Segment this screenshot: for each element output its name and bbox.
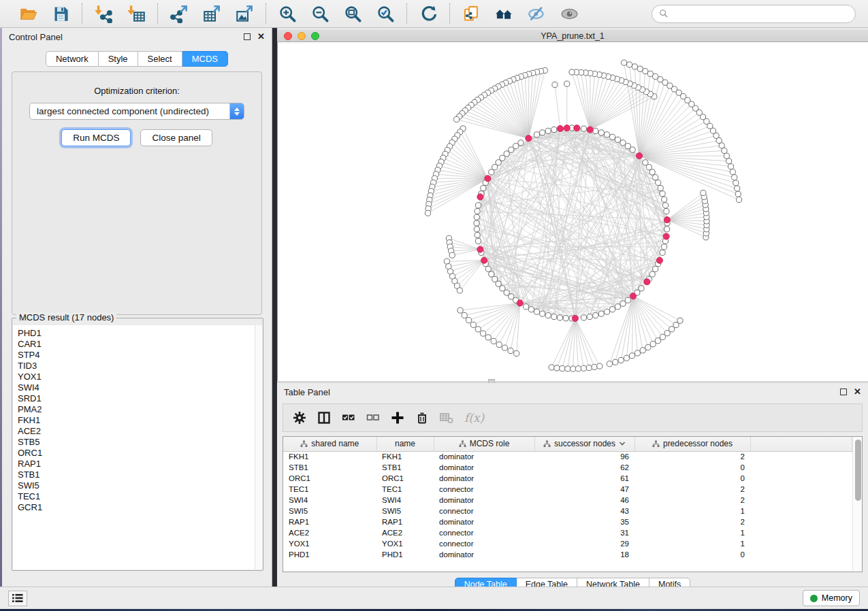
- deselect-all-button[interactable]: [366, 411, 380, 425]
- columns-button[interactable]: [317, 411, 331, 425]
- copy-view-button[interactable]: [457, 3, 485, 24]
- mcds-result-item[interactable]: FKH1: [18, 415, 255, 426]
- tab-mcds[interactable]: MCDS: [182, 51, 228, 67]
- export-network-button[interactable]: [165, 3, 193, 24]
- mcds-result-item[interactable]: TID3: [18, 361, 255, 371]
- control-panel-title: Control Panel: [9, 32, 63, 42]
- deselect-all-icon: [366, 411, 380, 425]
- column-header-successor-nodes[interactable]: successor nodes: [534, 437, 634, 451]
- select-all-icon: [342, 411, 355, 425]
- mcds-tab-pane: Optimization criterion: largest connecte…: [12, 71, 262, 315]
- first-neighbors-icon: [495, 5, 513, 23]
- mcds-list-scrollbar[interactable]: [255, 325, 262, 569]
- table-row[interactable]: STB1STB1dominator620: [283, 462, 852, 473]
- add-row-button[interactable]: [391, 411, 404, 425]
- memory-status-icon: [810, 595, 818, 602]
- search-input[interactable]: [673, 9, 848, 19]
- open-file-button[interactable]: [14, 3, 42, 24]
- mcds-result-item[interactable]: PMA2: [18, 404, 255, 415]
- columns-icon: [317, 411, 331, 425]
- zoom-fit-button[interactable]: [338, 3, 367, 24]
- table-toolbar: f(x): [283, 403, 863, 432]
- mcds-result-item[interactable]: GCR1: [18, 502, 255, 513]
- export-image-button[interactable]: [230, 3, 259, 24]
- memory-button[interactable]: Memory: [803, 590, 860, 606]
- zoom-selected-button[interactable]: [371, 3, 400, 24]
- hide-selected-button[interactable]: [522, 3, 551, 24]
- column-header-MCDS-role[interactable]: MCDS role: [434, 437, 534, 451]
- table-scrollbar[interactable]: [852, 437, 862, 572]
- mcds-result-item[interactable]: TEC1: [18, 491, 255, 502]
- column-header-name[interactable]: name: [376, 437, 434, 451]
- table-row[interactable]: SWI4SWI4dominator462: [283, 495, 852, 506]
- network-window-titlebar[interactable]: YPA_prune.txt_1: [277, 30, 868, 42]
- select-stepper-icon: [229, 103, 244, 120]
- export-image-icon: [236, 5, 254, 23]
- function-builder-button[interactable]: f(x): [464, 411, 484, 425]
- import-network-button[interactable]: [89, 3, 118, 24]
- delete-row-button[interactable]: [415, 411, 429, 425]
- mcds-result-list[interactable]: PHD1CAR1STP4TID3YOX1SWI4SRD1PMA2FKH1ACE2…: [13, 325, 255, 569]
- close-panel-icon[interactable]: ✕: [257, 33, 265, 40]
- copy-view-icon: [462, 5, 481, 23]
- select-all-button[interactable]: [342, 411, 355, 425]
- show-all-button[interactable]: [555, 3, 583, 24]
- table-row[interactable]: PHD1PHD1dominator180: [283, 549, 852, 560]
- export-network-icon: [170, 5, 189, 23]
- table-row[interactable]: ORC1ORC1dominator610: [283, 473, 852, 484]
- mcds-result-item[interactable]: STB1: [18, 469, 255, 480]
- mcds-result-item[interactable]: PHD1: [18, 328, 255, 339]
- import-network-icon: [95, 5, 113, 23]
- tab-select[interactable]: Select: [138, 51, 182, 67]
- table-row[interactable]: SWI5SWI5connector431: [283, 506, 852, 516]
- table-row[interactable]: FKH1FKH1dominator962: [283, 451, 852, 462]
- table-close-panel-icon[interactable]: ✕: [854, 389, 861, 395]
- export-table-button[interactable]: [197, 3, 226, 24]
- mcds-result-item[interactable]: RAP1: [18, 459, 255, 469]
- mcds-result-item[interactable]: SWI5: [18, 480, 255, 491]
- memory-button-label: Memory: [822, 593, 852, 603]
- save-session-button[interactable]: [46, 3, 75, 24]
- table-row[interactable]: YOX1YOX1connector291: [283, 538, 852, 549]
- zoom-selected-icon: [376, 5, 395, 23]
- save-session-icon: [52, 5, 70, 23]
- list-icon: [12, 593, 23, 603]
- refresh-view-button[interactable]: [414, 3, 443, 24]
- mcds-result-item[interactable]: ACE2: [18, 426, 255, 437]
- zoom-in-button[interactable]: [273, 3, 302, 24]
- column-tree-icon: [652, 440, 660, 448]
- control-panel: Control Panel ✕ NetworkStyleSelectMCDS O…: [2, 28, 272, 587]
- first-neighbors-button[interactable]: [489, 3, 518, 24]
- task-history-button[interactable]: [8, 591, 27, 606]
- mcds-result-item[interactable]: YOX1: [18, 371, 255, 382]
- table-row[interactable]: RAP1RAP1dominator352: [283, 516, 852, 527]
- import-table-button[interactable]: [122, 3, 150, 24]
- search-field[interactable]: [652, 5, 856, 23]
- sort-chevron-icon: [619, 441, 626, 446]
- float-panel-icon[interactable]: [244, 33, 251, 40]
- close-panel-button[interactable]: Close panel: [140, 129, 212, 146]
- network-canvas[interactable]: [277, 42, 868, 381]
- delete-table-button[interactable]: [440, 411, 453, 425]
- tab-network[interactable]: Network: [46, 51, 99, 67]
- table-row[interactable]: TEC1TEC1connector472: [283, 484, 852, 495]
- network-window-title: YPA_prune.txt_1: [277, 31, 868, 41]
- column-header-shared-name[interactable]: shared name: [283, 437, 376, 451]
- network-window: YPA_prune.txt_1: [277, 30, 868, 381]
- tab-style[interactable]: Style: [99, 51, 138, 67]
- settings-button[interactable]: [293, 411, 306, 425]
- refresh-view-icon: [419, 5, 438, 23]
- table-row[interactable]: ACE2ACE2connector311: [283, 527, 852, 538]
- column-header-predecessor-nodes[interactable]: predecessor nodes: [634, 437, 750, 451]
- column-tree-icon: [300, 440, 308, 448]
- mcds-result-item[interactable]: ORC1: [18, 448, 255, 459]
- zoom-out-button[interactable]: [306, 3, 334, 24]
- mcds-result-item[interactable]: SRD1: [18, 393, 255, 404]
- table-float-panel-icon[interactable]: [840, 389, 847, 395]
- mcds-result-item[interactable]: SWI4: [18, 382, 255, 393]
- run-mcds-button[interactable]: Run MCDS: [61, 129, 131, 146]
- criterion-select[interactable]: largest connected component (undirected): [29, 103, 244, 120]
- mcds-result-item[interactable]: CAR1: [18, 339, 255, 350]
- mcds-result-item[interactable]: STP4: [18, 350, 255, 361]
- mcds-result-item[interactable]: STB5: [18, 437, 255, 448]
